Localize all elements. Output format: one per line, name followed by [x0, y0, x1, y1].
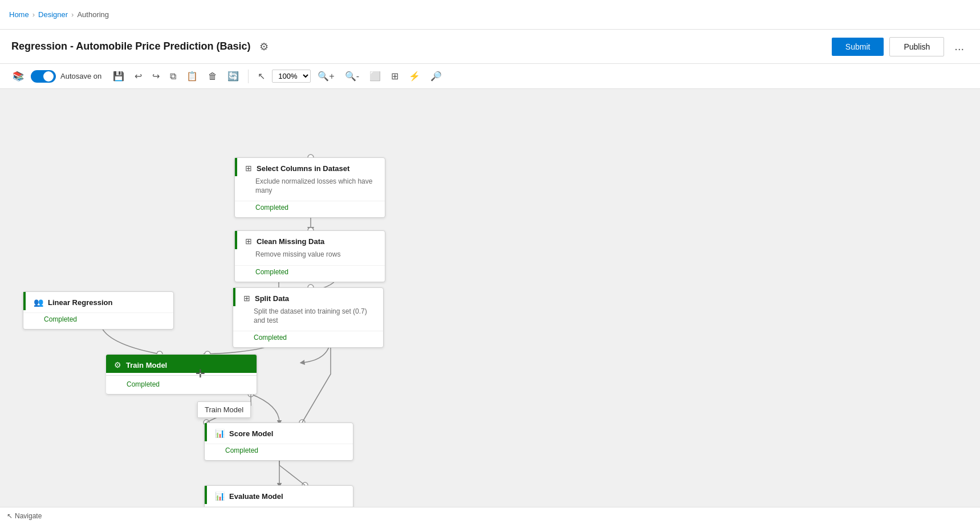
canvas: ⊞ Select Columns in Dataset Exclude norm…	[0, 89, 980, 524]
fit-view-button[interactable]: ⬜	[366, 68, 384, 84]
bottom-nav: ↖ Navigate	[0, 507, 980, 524]
autosave-label: Autosave on	[60, 72, 101, 80]
navigate-button[interactable]: ↖ Navigate	[7, 512, 42, 520]
navigate-label: Navigate	[15, 512, 42, 520]
node-clean-missing[interactable]: ⊞ Clean Missing Data Remove missing valu…	[234, 230, 385, 282]
more-button[interactable]: ...	[950, 38, 969, 55]
library-button[interactable]: 📚	[9, 68, 27, 84]
breadcrumb: Home › Designer › Authoring	[9, 10, 109, 19]
node-title-split-data: Split Data	[255, 294, 289, 303]
breadcrumb-home[interactable]: Home	[9, 10, 29, 19]
node-score-model[interactable]: 📊 Score Model Completed	[204, 423, 353, 461]
node-title-train-model: Train Model	[126, 361, 167, 369]
node-split-data[interactable]: ⊞ Split Data Split the dataset into trai…	[233, 287, 384, 348]
undo-button[interactable]: ↩	[131, 68, 145, 84]
node-status-select-columns: Completed	[255, 204, 288, 212]
node-title-select-columns: Select Columns in Dataset	[257, 164, 349, 173]
node-icon-score-model: 📊	[215, 429, 225, 438]
node-icon-clean-missing: ⊞	[245, 237, 252, 246]
node-desc-split-data: Split the dataset into training set (0.7…	[233, 306, 383, 328]
node-title-score-model: Score Model	[229, 429, 273, 438]
node-icon-train-model: ⚙	[114, 360, 121, 369]
breadcrumb-designer[interactable]: Designer	[38, 10, 68, 19]
settings-button[interactable]: ⚙	[257, 38, 271, 55]
redo-button[interactable]: ↪	[149, 68, 163, 84]
submit-button[interactable]: Submit	[832, 38, 884, 56]
top-bar: Home › Designer › Authoring	[0, 0, 980, 30]
navigate-icon: ↖	[7, 512, 13, 520]
delete-button[interactable]: 🗑	[205, 69, 221, 84]
title-bar: Regression - Automobile Price Prediction…	[0, 30, 980, 64]
zoom-in-button[interactable]: 🔍+	[314, 68, 337, 84]
grid-button[interactable]: ⊞	[388, 68, 402, 84]
node-icon-evaluate-model: 📊	[215, 491, 225, 501]
paste-button[interactable]: 📋	[183, 68, 201, 84]
node-desc-clean-missing: Remove missing value rows	[235, 249, 385, 263]
node-title-clean-missing: Clean Missing Data	[257, 237, 324, 246]
save-button[interactable]: 💾	[109, 68, 128, 84]
node-status-split-data: Completed	[254, 334, 287, 342]
search-button[interactable]: 🔎	[427, 68, 445, 84]
node-title-evaluate-model: Evaluate Model	[229, 492, 283, 501]
node-icon-select-columns: ⊞	[245, 164, 252, 173]
node-select-columns[interactable]: ⊞ Select Columns in Dataset Exclude norm…	[234, 157, 385, 218]
node-linear-regression[interactable]: 👥 Linear Regression Completed	[23, 291, 174, 330]
node-icon-linear-regression: 👥	[34, 298, 43, 307]
publish-button[interactable]: Publish	[889, 37, 944, 56]
node-status-linear-regression: Completed	[44, 315, 77, 323]
node-status-score-model: Completed	[225, 446, 258, 454]
node-status-train-model: Completed	[127, 380, 160, 388]
run-button[interactable]: ⚡	[405, 68, 424, 84]
zoom-select[interactable]: 100% 75% 50% 125%	[272, 70, 311, 83]
node-train-model[interactable]: ⚙ Train Model Completed	[106, 354, 257, 395]
breadcrumb-authoring: Authoring	[77, 10, 109, 19]
node-status-clean-missing: Completed	[255, 268, 288, 276]
train-model-tooltip: Train Model	[197, 401, 251, 418]
node-title-linear-regression: Linear Regression	[48, 298, 112, 307]
select-button[interactable]: ↖	[254, 68, 269, 84]
toolbar: 📚 Autosave on 💾 ↩ ↪ ⧉ 📋 🗑 🔄 ↖ 100% 75% 5…	[0, 64, 980, 89]
refresh-button[interactable]: 🔄	[224, 68, 242, 84]
node-desc-select-columns: Exclude normalized losses which have man…	[235, 176, 385, 198]
node-icon-split-data: ⊞	[243, 294, 250, 303]
page-title: Regression - Automobile Price Prediction…	[11, 40, 250, 52]
zoom-out-button[interactable]: 🔍-	[341, 68, 363, 84]
copy-button[interactable]: ⧉	[166, 69, 180, 84]
autosave-toggle[interactable]	[31, 70, 56, 83]
